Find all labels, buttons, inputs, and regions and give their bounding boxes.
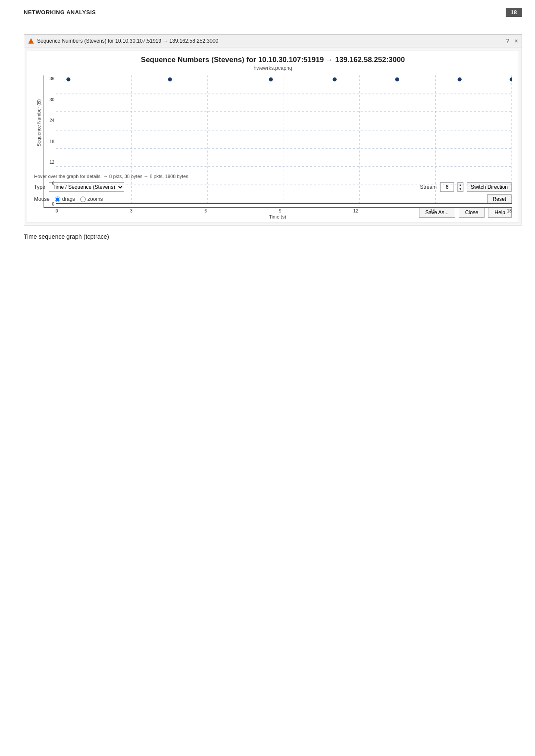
title-bar-text: Sequence Numbers (Stevens) for 10.10.30.… xyxy=(37,38,218,44)
chart-svg[interactable] xyxy=(56,75,512,207)
dialog-window: Sequence Numbers (Stevens) for 10.10.30.… xyxy=(24,34,522,225)
svg-point-18 xyxy=(458,78,462,81)
x-tick-18: 18 xyxy=(507,209,512,213)
x-tick-12: 12 xyxy=(354,209,358,213)
chart-container: Sequence Number (B) 0 6 12 18 24 30 36 xyxy=(34,75,512,170)
y-tick-36: 36 xyxy=(44,76,56,81)
y-tick-30: 30 xyxy=(44,97,56,102)
y-tick-0: 0 xyxy=(44,202,56,206)
svg-marker-0 xyxy=(28,38,34,44)
x-tick-9: 9 xyxy=(279,209,282,213)
x-tick-0: 0 xyxy=(56,209,58,213)
x-axis-area: 0 3 6 9 12 15 18 xyxy=(44,208,512,213)
svg-point-17 xyxy=(395,78,399,81)
dialog-main-title: Sequence Numbers (Stevens) for 10.10.30.… xyxy=(34,56,512,64)
y-axis-label: Sequence Number (B) xyxy=(36,99,41,146)
close-window-button[interactable]: × xyxy=(515,38,518,44)
y-tick-24: 24 xyxy=(44,118,56,123)
window-icon xyxy=(28,37,34,44)
title-bar: Sequence Numbers (Stevens) for 10.10.30.… xyxy=(24,34,522,47)
chart-plot-area: 0 6 12 18 24 30 36 xyxy=(44,75,512,208)
svg-point-16 xyxy=(333,78,337,81)
svg-point-19 xyxy=(510,78,512,81)
dialog-subtitle: hwewrks.pcapng xyxy=(34,65,512,71)
y-tick-6: 6 xyxy=(44,181,56,186)
svg-point-13 xyxy=(66,78,70,81)
help-button[interactable]: ? xyxy=(506,38,510,44)
x-tick-6: 6 xyxy=(204,209,207,213)
svg-point-14 xyxy=(168,78,172,81)
dialog-content: Sequence Numbers (Stevens) for 10.10.30.… xyxy=(27,50,519,222)
y-tick-12: 12 xyxy=(44,160,56,165)
page-number: 18 xyxy=(506,8,522,17)
x-tick-labels: 0 3 6 9 12 15 18 xyxy=(56,208,512,213)
page-title: NETWORKING ANALYSIS xyxy=(24,9,96,16)
x-tick-15: 15 xyxy=(430,209,435,213)
caption-text: Time sequence graph (tcptrace) xyxy=(0,233,535,240)
svg-point-15 xyxy=(269,78,273,81)
y-tick-labels: 0 6 12 18 24 30 36 xyxy=(44,75,56,207)
y-tick-18: 18 xyxy=(44,139,56,144)
x-tick-3: 3 xyxy=(130,209,133,213)
x-axis-title: Time (s) xyxy=(44,214,512,219)
chart-inner: 0 6 12 18 24 30 36 xyxy=(44,75,512,170)
y-axis-label-container: Sequence Number (B) xyxy=(34,75,44,170)
